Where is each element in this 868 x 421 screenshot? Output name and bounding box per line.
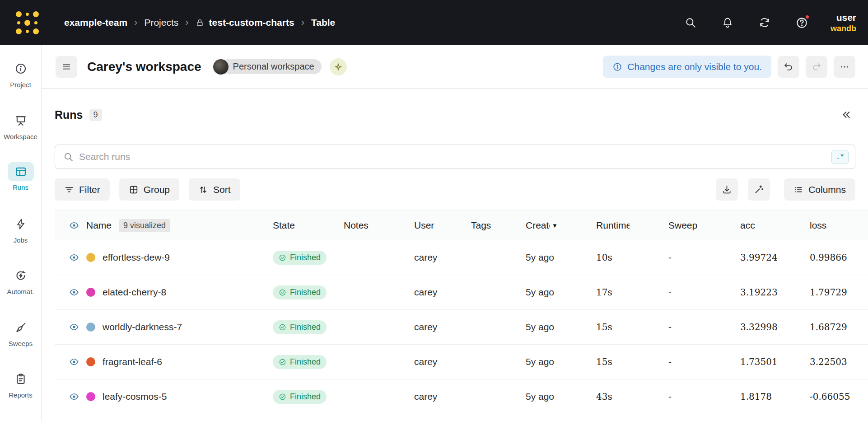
- table-body: effortless-dew-9Finishedcarey5y ago10s-3…: [55, 240, 868, 414]
- column-header-loss[interactable]: loss: [801, 211, 868, 240]
- user-name: user: [836, 12, 856, 23]
- workspace-visibility-chip[interactable]: Personal workspace: [213, 59, 322, 75]
- sparkle-button[interactable]: [330, 58, 347, 75]
- sidebar-item-reports[interactable]: Reports: [0, 369, 41, 421]
- visibility-eye-icon[interactable]: [69, 322, 79, 332]
- help-icon[interactable]: [792, 13, 812, 33]
- runtime-cell: 17s: [588, 275, 660, 309]
- run-name-link[interactable]: fragrant-leaf-6: [103, 356, 162, 367]
- logo-dot: [33, 28, 39, 34]
- logo-dot: [16, 11, 22, 17]
- sidebar-item-automations[interactable]: Automat.: [0, 266, 41, 318]
- user-menu[interactable]: user wandb: [831, 12, 856, 34]
- logo-dot: [17, 21, 20, 24]
- runtime-cell: 10s: [588, 240, 660, 275]
- sidebar-item-runs[interactable]: Runs: [0, 162, 41, 214]
- download-icon[interactable]: [716, 178, 738, 201]
- lightning-icon: [11, 214, 31, 234]
- sidebar-item-jobs[interactable]: Jobs: [0, 214, 41, 266]
- loss-cell: 3.22503: [801, 345, 868, 379]
- check-circle-icon: [279, 289, 286, 296]
- state-cell: Finished: [264, 345, 335, 379]
- breadcrumb-projects[interactable]: Projects: [144, 17, 178, 28]
- runs-table: Name 9 visualized State Notes User Tags …: [55, 210, 868, 414]
- regex-toggle[interactable]: .*: [831, 150, 849, 164]
- visibility-eye-icon[interactable]: [69, 392, 79, 402]
- sidebar-item-sweeps[interactable]: Sweeps: [0, 318, 41, 370]
- run-color-dot[interactable]: [86, 288, 95, 297]
- search-runs-input[interactable]: [79, 151, 826, 162]
- visibility-eye-icon[interactable]: [69, 220, 79, 230]
- search-icon[interactable]: [681, 13, 700, 33]
- run-color-dot[interactable]: [86, 392, 95, 401]
- logo-dot: [24, 20, 30, 26]
- workspace-header-actions: Changes are only visible to you.: [603, 56, 855, 78]
- column-header-sweep[interactable]: Sweep: [660, 211, 732, 240]
- state-cell: Finished: [264, 379, 335, 414]
- created-cell: 5y ago: [517, 379, 588, 414]
- visibility-eye-icon[interactable]: [69, 357, 79, 367]
- column-header-state[interactable]: State: [264, 211, 335, 240]
- visibility-eye-icon[interactable]: [69, 253, 79, 262]
- user-org: wandb: [831, 23, 856, 34]
- run-name-cell: worldly-darkness-7: [55, 310, 264, 344]
- collapse-panel-icon[interactable]: [837, 106, 855, 124]
- columns-label: Columns: [808, 184, 846, 195]
- acc-cell: 3.19223: [732, 275, 801, 309]
- refresh-icon[interactable]: [755, 13, 775, 33]
- run-color-dot[interactable]: [86, 253, 95, 262]
- sidebar-item-project[interactable]: Project: [0, 59, 41, 111]
- column-header-runtime[interactable]: Runtime: [588, 211, 660, 240]
- breadcrumb-project[interactable]: test-custom-charts: [209, 17, 294, 28]
- group-label: Group: [144, 184, 170, 195]
- logo-dot: [16, 28, 22, 34]
- run-name-link[interactable]: effortless-dew-9: [103, 252, 170, 263]
- run-name-link[interactable]: worldly-darkness-7: [103, 322, 182, 332]
- user-cell: carey: [406, 310, 462, 344]
- notifications-bell-icon[interactable]: [718, 13, 737, 33]
- workspace-menu-button[interactable]: [56, 56, 77, 78]
- breadcrumb: example-team › Projects › test-custom-ch…: [64, 17, 335, 28]
- breadcrumb-page[interactable]: Table: [311, 17, 335, 28]
- runs-heading-row: Runs 9: [55, 106, 868, 124]
- wandb-logo[interactable]: [14, 10, 42, 36]
- sweep-cell: -: [660, 345, 732, 379]
- info-icon: [612, 62, 622, 72]
- column-header-name[interactable]: Name 9 visualized: [55, 211, 264, 240]
- visibility-label: Personal workspace: [221, 59, 322, 74]
- sweep-cell: -: [660, 275, 732, 309]
- visibility-eye-icon[interactable]: [69, 287, 79, 297]
- run-name-cell: elated-cherry-8: [55, 275, 264, 309]
- filter-button[interactable]: Filter: [55, 178, 110, 201]
- notes-cell: [335, 240, 406, 275]
- run-color-dot[interactable]: [86, 323, 95, 332]
- sidebar-item-label: Reports: [9, 391, 33, 399]
- more-options-button[interactable]: [834, 56, 855, 78]
- visibility-banner: Changes are only visible to you.: [603, 56, 771, 78]
- workspace-header: Carey's workspace Personal workspace Cha…: [42, 45, 868, 89]
- run-name-link[interactable]: leafy-cosmos-5: [103, 391, 167, 402]
- column-header-created[interactable]: Created▼: [517, 211, 588, 240]
- magic-wand-icon[interactable]: [748, 178, 770, 201]
- sidebar-item-label: Workspace: [4, 133, 37, 140]
- redo-button[interactable]: [806, 56, 827, 78]
- undo-button[interactable]: [778, 56, 799, 78]
- column-header-tags[interactable]: Tags: [462, 211, 517, 240]
- group-button[interactable]: Group: [119, 178, 179, 201]
- sort-button[interactable]: Sort: [189, 178, 240, 201]
- run-row: leafy-cosmos-5Finishedcarey5y ago43s-1.8…: [55, 379, 868, 414]
- columns-button[interactable]: Columns: [784, 178, 855, 201]
- user-cell: carey: [406, 275, 462, 309]
- sidebar-item-workspace[interactable]: Workspace: [0, 111, 41, 163]
- run-name-link[interactable]: elated-cherry-8: [103, 287, 166, 298]
- column-header-user[interactable]: User: [406, 211, 462, 240]
- run-color-dot[interactable]: [86, 357, 95, 366]
- column-header-notes[interactable]: Notes: [335, 211, 406, 240]
- column-header-acc[interactable]: acc: [732, 211, 801, 240]
- toolbar-right: Columns: [716, 178, 855, 201]
- breadcrumb-team[interactable]: example-team: [64, 17, 127, 28]
- logo-dot: [26, 30, 29, 33]
- runs-search-bar: .*: [55, 145, 855, 169]
- loss-cell: 1.68729: [801, 310, 868, 344]
- breadcrumb-separator-icon: ›: [301, 17, 304, 28]
